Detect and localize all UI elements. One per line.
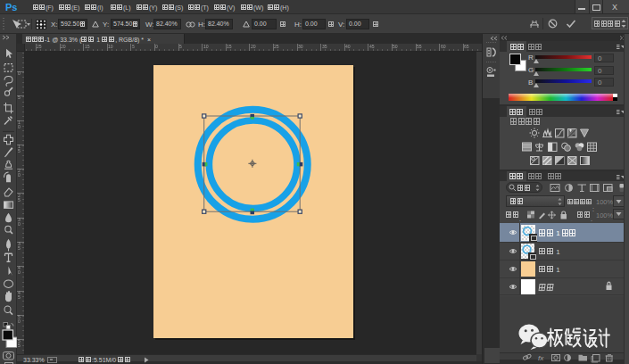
svg-text:fx: fx bbox=[538, 354, 544, 362]
